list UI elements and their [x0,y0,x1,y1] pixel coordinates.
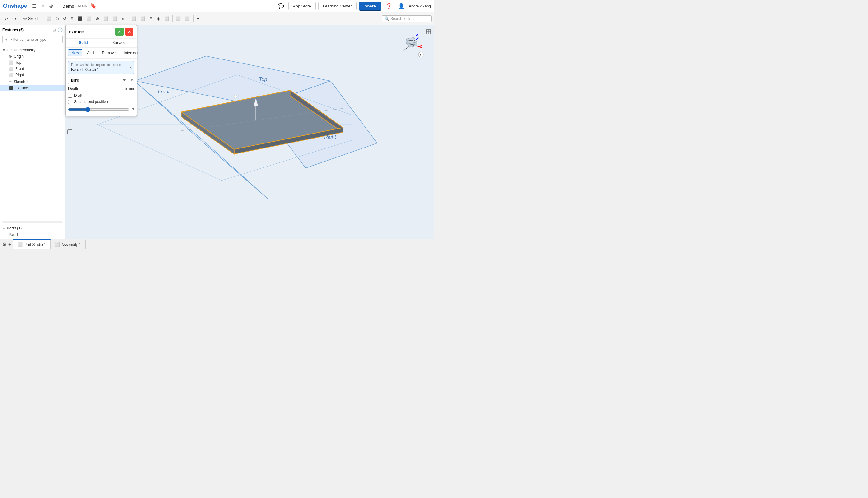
tab-part-studio[interactable]: ⬜ Part Studio 1 [13,239,50,249]
doc-options-icon[interactable]: 🔖 [89,2,98,10]
doc-branch: Main [78,4,87,9]
top-label: Top [259,77,267,82]
tool-1[interactable]: ⬜ [45,15,53,22]
parts-section: ▼ Parts (1) Part 1 [0,223,65,239]
tool-8[interactable]: ⬜ [102,15,110,22]
parts-title: Parts (1) [7,226,22,230]
toolbar-sep-3 [128,15,128,22]
settings-icon[interactable]: ⚙ [2,242,6,247]
extrude-cancel-button[interactable]: ✕ [125,28,133,36]
undo-icon: ↩ [4,16,8,21]
tool-12-icon: ⬜ [140,16,145,21]
tool-12[interactable]: ⬜ [138,15,147,22]
chevron-down-icon: ▼ [2,49,5,52]
second-end-checkbox[interactable] [68,100,72,104]
tab-solid[interactable]: Solid [66,39,101,47]
depth-type-select[interactable]: Blind [68,77,129,84]
depth-row: Depth 5 mm [68,87,134,91]
subtab-intersect[interactable]: Intersect [120,50,142,56]
notes-icon[interactable] [65,128,74,136]
tool-17[interactable]: ⬜ [183,15,192,22]
tool-18-icon: + [197,16,199,21]
subtab-remove[interactable]: Remove [98,50,119,56]
tool-9[interactable]: ⬜ [110,15,119,22]
svg-text:Z: Z [416,33,418,37]
tool-13-icon: ⊞ [149,16,152,21]
hamburger-icon[interactable]: ☰ [31,2,38,10]
draft-checkbox[interactable] [68,94,72,98]
app-store-button[interactable]: App Store [289,2,316,10]
tool-14[interactable]: ◉ [155,15,162,22]
tool-7-icon: ⊕ [96,16,99,21]
chat-icon[interactable]: 💬 [276,1,286,11]
feature-item-sketch1[interactable]: ✏ Sketch 1 [0,79,65,85]
tool-4[interactable]: ▽ [69,15,75,22]
face-selector[interactable]: Faces and sketch regions to extrude Face… [68,61,134,74]
feature-list-icon[interactable]: ≡ [40,3,45,10]
feature-group-default: ▼ Default geometry ⊕ Origin ⬜ Top ⬜ Fron… [0,47,65,79]
add-feature-icon[interactable]: ⊕ [48,2,54,10]
tool-6[interactable]: ⬜ [85,15,93,22]
undo-button[interactable]: ↩ [2,15,10,23]
add-feature-icon[interactable]: ⊞ [52,27,56,32]
feature-item-top[interactable]: ⬜ Top [0,60,65,66]
history-icon[interactable]: 🕐 [57,27,63,32]
help-icon[interactable]: ❓ [384,1,394,11]
default-geometry-header[interactable]: ▼ Default geometry [0,47,65,53]
part-item-1[interactable]: Part 1 [0,232,65,238]
top-label: Top [15,61,21,65]
tool-15[interactable]: ⬜ [162,15,171,22]
user-avatar[interactable]: 👤 [396,1,406,11]
feature-item-origin[interactable]: ⊕ Origin [0,53,65,60]
extrude-title: Extrude 1 [69,29,113,34]
subtab-add[interactable]: Add [84,50,97,56]
feature-item-extrude1[interactable]: ⬛ Extrude 1 [0,85,65,91]
part-studio-tab-icon: ⬜ [18,242,23,247]
depth-slider[interactable] [68,107,130,112]
filter-input[interactable] [2,36,63,43]
feature-item-front[interactable]: ⬜ Front [0,66,65,72]
bottom-bar: ⚙ + ⬜ Part Studio 1 ⬜ Assembly 1 [0,239,434,249]
tool-10[interactable]: ◈ [119,15,126,22]
tool-16[interactable]: ⬜ [174,15,183,22]
tool-10-icon: ◈ [121,16,124,21]
tab-surface[interactable]: Surface [101,39,137,47]
extrude-confirm-button[interactable]: ✓ [116,28,123,36]
view-cube[interactable]: Z X Front Right ▾ [397,31,422,56]
tool-2[interactable]: ⬡ [54,15,61,22]
depth-value[interactable]: 5 mm [125,87,134,91]
sketch-button[interactable]: ✏ Sketch [22,15,41,23]
tab-assembly[interactable]: ⬜ Assembly 1 [51,239,85,249]
tool-15-icon: ⬜ [164,16,169,21]
sketch-icon: ✏ [9,80,12,84]
face-value: Face of Sketch 1 [71,67,131,72]
tool-5[interactable]: ⬛ [76,15,84,22]
second-end-row: Second end position [68,100,134,104]
parts-header[interactable]: ▼ Parts (1) [0,225,65,232]
share-button[interactable]: Share [359,2,382,11]
redo-button[interactable]: ↪ [11,15,18,23]
svg-text:X: X [420,45,422,49]
face-clear-icon[interactable]: × [130,65,132,70]
search-tools-box[interactable]: 🔍 Search tools... [382,15,431,22]
doc-title[interactable]: Demo [62,4,74,9]
edit-depth-icon[interactable]: ✎ [130,78,134,83]
measurements-icon[interactable] [424,27,433,36]
tool-7[interactable]: ⊕ [94,15,101,22]
tool-13[interactable]: ⊞ [147,15,154,22]
extrude-panel: Extrude 1 ✓ ✕ Solid Surface New Add Remo… [65,25,137,116]
tool-18[interactable]: + [195,15,201,22]
help-icon[interactable]: ? [132,107,134,112]
subtab-new[interactable]: New [68,50,82,56]
tool-3[interactable]: ↺ [61,15,68,22]
draft-row: Draft [68,93,134,98]
user-name[interactable]: Andrew Yang [409,4,431,9]
feature-list: ▼ Default geometry ⊕ Origin ⬜ Top ⬜ Fron… [0,45,65,221]
intersect-label: Intersect [124,51,138,55]
add-tab-icon[interactable]: + [9,242,11,247]
learning-center-button[interactable]: Learning Center [318,2,357,10]
feature-item-right[interactable]: ⬜ Right [0,72,65,78]
plane-icon: ⬜ [9,61,13,65]
tool-11[interactable]: ⬜ [130,15,138,22]
logo[interactable]: Onshape [3,3,27,9]
